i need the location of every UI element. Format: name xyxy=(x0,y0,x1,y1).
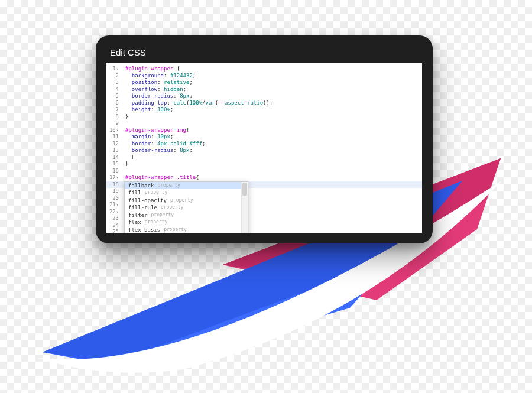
autocomplete-item-name: flex xyxy=(128,219,141,226)
code-line[interactable]: position: relative; xyxy=(125,79,420,86)
code-line[interactable]: F xyxy=(125,154,420,161)
code-line[interactable]: padding-top: calc(100%/var(--aspect-rati… xyxy=(125,100,420,107)
autocomplete-item-kind: property xyxy=(164,226,187,233)
line-number: 9 xyxy=(106,120,119,127)
autocomplete-item-kind: property xyxy=(157,182,180,190)
autocomplete-item-name: fill xyxy=(128,189,141,197)
line-number: 6 xyxy=(106,100,119,107)
line-number: 21 xyxy=(106,202,119,209)
autocomplete-item-kind: property xyxy=(170,197,193,204)
code-line[interactable]: background: #124432; xyxy=(125,73,420,80)
autocomplete-scrollbar[interactable] xyxy=(241,182,248,233)
line-number: 12 xyxy=(106,141,119,148)
line-number-gutter: 1234567891011121314151617181920212223242… xyxy=(106,63,122,233)
autocomplete-item-kind: property xyxy=(161,204,184,212)
autocomplete-item[interactable]: fallbackproperty xyxy=(125,182,248,190)
line-number: 7 xyxy=(106,106,119,113)
code-line[interactable] xyxy=(125,120,420,127)
line-number: 22 xyxy=(106,209,119,216)
code-line[interactable]: } xyxy=(125,161,420,168)
autocomplete-item-name: fill-opacity xyxy=(128,197,167,204)
autocomplete-item[interactable]: fillproperty xyxy=(125,189,248,197)
code-editor[interactable]: 1234567891011121314151617181920212223242… xyxy=(106,63,422,233)
code-line[interactable]: margin: 10px; xyxy=(125,134,420,141)
autocomplete-item[interactable]: flexproperty xyxy=(125,219,248,226)
autocomplete-item-kind: property xyxy=(145,189,168,197)
autocomplete-scroll-thumb[interactable] xyxy=(242,183,247,196)
line-number: 25 xyxy=(106,229,119,233)
line-number: 8 xyxy=(106,113,119,121)
line-number: 23 xyxy=(106,215,119,222)
window-title: Edit CSS xyxy=(106,44,422,63)
autocomplete-item[interactable]: fill-opacityproperty xyxy=(125,197,248,204)
line-number: 20 xyxy=(106,195,119,202)
line-number: 18 xyxy=(106,181,119,189)
code-line[interactable]: height: 100%; xyxy=(125,106,420,113)
autocomplete-item-name: fill-rule xyxy=(128,204,157,212)
autocomplete-item-kind: property xyxy=(151,212,174,219)
line-number: 14 xyxy=(106,154,119,161)
line-number: 16 xyxy=(106,168,119,175)
autocomplete-item-name: fallback xyxy=(128,182,154,190)
autocomplete-item[interactable]: filterproperty xyxy=(125,212,248,219)
code-line[interactable]: #plugin-wrapper { xyxy=(125,66,420,73)
line-number: 10 xyxy=(106,127,119,134)
stage: Edit CSS 1234567891011121314151617181920… xyxy=(0,0,532,393)
line-number: 5 xyxy=(106,93,119,100)
autocomplete-item[interactable]: fill-ruleproperty xyxy=(125,204,248,212)
line-number: 15 xyxy=(106,161,119,168)
line-number: 19 xyxy=(106,188,119,195)
line-number: 1 xyxy=(106,66,119,73)
code-line[interactable]: border-radius: 8px; xyxy=(125,93,420,100)
code-line[interactable]: #plugin-wrapper img{ xyxy=(125,127,420,134)
code-line[interactable] xyxy=(125,168,420,175)
autocomplete-item[interactable]: flex-basisproperty xyxy=(125,226,248,233)
code-line[interactable]: border: 4px solid #fff; xyxy=(125,141,420,148)
code-line[interactable]: } xyxy=(125,113,420,121)
line-number: 13 xyxy=(106,147,119,154)
line-number: 2 xyxy=(106,73,119,80)
line-number: 3 xyxy=(106,79,119,86)
line-number: 11 xyxy=(106,134,119,141)
tablet-frame: Edit CSS 1234567891011121314151617181920… xyxy=(96,35,433,243)
line-number: 17 xyxy=(106,174,119,181)
autocomplete-item-name: flex-basis xyxy=(128,226,160,233)
autocomplete-item-name: filter xyxy=(128,212,148,219)
code-line[interactable]: border-radius: 8px; xyxy=(125,147,420,154)
code-line[interactable]: overflow: hidden; xyxy=(125,86,420,93)
line-number: 24 xyxy=(106,222,119,229)
line-number: 4 xyxy=(106,86,119,93)
autocomplete-item-kind: property xyxy=(145,219,168,226)
tablet-screen: Edit CSS 1234567891011121314151617181920… xyxy=(106,44,422,233)
code-line[interactable]: #plugin-wrapper .title{ xyxy=(125,174,420,181)
autocomplete-popup[interactable]: fallbackpropertyfillpropertyfill-opacity… xyxy=(124,181,248,233)
